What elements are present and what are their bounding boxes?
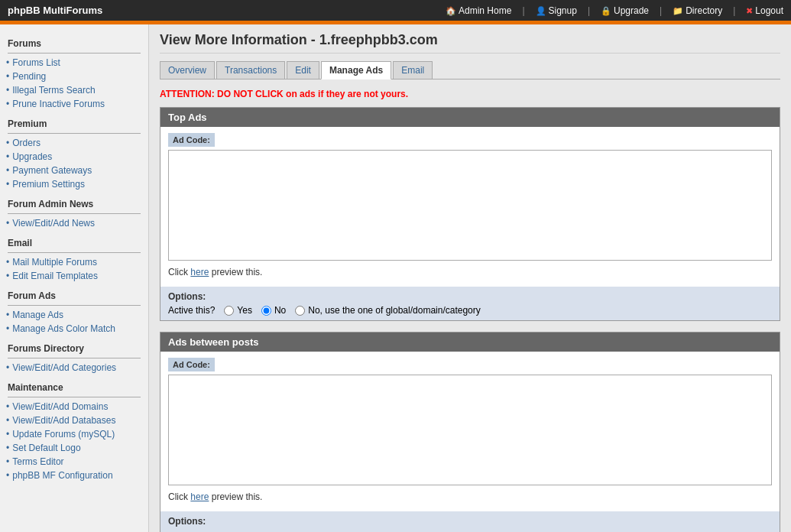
sidebar-item-prune-inactive-forums[interactable]: Prune Inactive Forums [0, 97, 148, 111]
sidebar-section-forum-admin-news: Forum Admin News [0, 194, 148, 211]
sidebar-divider [8, 133, 141, 134]
top-ads-preview-link[interactable]: here [190, 267, 209, 277]
top-ads-textarea[interactable] [168, 150, 772, 261]
top-ads-radio-global-input[interactable] [295, 306, 305, 316]
sidebar-section-premium: Premium [0, 114, 148, 131]
ads-between-posts-header: Ads between posts [160, 332, 780, 352]
sidebar-item-manage-ads-color-match[interactable]: Manage Ads Color Match [0, 322, 148, 336]
page-title: View More Information - 1.freephpbb3.com [160, 32, 780, 54]
nav-logout[interactable]: Logout [746, 5, 783, 16]
ads-between-posts-section: Ads between posts Ad Code: Click here pr… [160, 332, 780, 532]
sidebar-section-email: Email [0, 233, 148, 250]
nav-upgrade[interactable]: Upgrade [601, 5, 649, 16]
ads-between-posts-options-label: Options: [168, 516, 772, 527]
sidebar-item-phpbb-mf-configuration[interactable]: phpBB MF Configuration [0, 469, 148, 482]
nav-admin-home[interactable]: Admin Home [446, 5, 511, 16]
sidebar-item-pending[interactable]: Pending [0, 70, 148, 83]
sidebar-item-mail-multiple-forums[interactable]: Mail Multiple Forums [0, 255, 148, 269]
directory-icon [673, 5, 683, 16]
sidebar-section-maintenance: Maintenance [0, 378, 148, 394]
sidebar-divider [8, 358, 141, 358]
signup-icon [536, 5, 546, 16]
tab-email[interactable]: Email [393, 61, 433, 79]
sidebar: Forums Forums List Pending Illegal Terms… [0, 24, 149, 532]
tabs: Overview Transactions Edit Manage Ads Em… [160, 61, 780, 79]
upgrade-icon [601, 5, 611, 16]
main-content: View More Information - 1.freephpbb3.com… [149, 24, 791, 532]
sidebar-divider [8, 305, 141, 306]
top-ads-radio-yes[interactable]: Yes [224, 305, 252, 316]
sidebar-divider [8, 53, 141, 54]
logo: phpBB MultiForums [8, 5, 102, 16]
logout-icon [746, 5, 753, 16]
ads-between-posts-body: Ad Code: Click here preview this. [160, 352, 780, 508]
ads-between-posts-options: Options: [160, 511, 780, 532]
top-ads-active-label: Active this? [168, 305, 215, 316]
top-ads-header: Top Ads [160, 108, 780, 127]
sidebar-item-orders[interactable]: Orders [0, 136, 148, 150]
ads-between-posts-click-here-line: Click here preview this. [168, 491, 772, 502]
sidebar-item-premium-settings[interactable]: Premium Settings [0, 177, 148, 191]
header: phpBB MultiForums Admin Home | Signup | … [0, 0, 791, 21]
sidebar-item-terms-editor[interactable]: Terms Editor [0, 455, 148, 469]
header-nav: Admin Home | Signup | Upgrade | Director… [446, 5, 783, 16]
sidebar-section-forums: Forums [0, 34, 148, 50]
home-icon [446, 5, 456, 16]
sidebar-item-view-edit-add-categories[interactable]: View/Edit/Add Categories [0, 361, 148, 375]
top-ads-options: Options: Active this? Yes No No, use the… [160, 287, 780, 320]
sidebar-item-illegal-terms-search[interactable]: Illegal Terms Search [0, 83, 148, 97]
top-ads-code-label: Ad Code: [168, 133, 215, 147]
ads-between-posts-textarea[interactable] [168, 375, 772, 485]
sidebar-section-forums-directory: Forums Directory [0, 339, 148, 355]
sidebar-divider [8, 213, 141, 214]
sidebar-item-forums-list[interactable]: Forums List [0, 56, 148, 70]
top-ads-options-row: Active this? Yes No No, use the one of g… [168, 305, 772, 316]
layout: Forums Forums List Pending Illegal Terms… [0, 24, 791, 532]
sidebar-divider [8, 252, 141, 253]
sidebar-divider [8, 397, 141, 397]
top-ads-radio-yes-input[interactable] [224, 306, 234, 316]
top-ads-radio-global[interactable]: No, use the one of global/domain/categor… [295, 305, 480, 316]
sidebar-item-update-forums-mysql[interactable]: Update Forums (mySQL) [0, 427, 148, 441]
top-ads-click-here-line: Click here preview this. [168, 267, 772, 277]
tab-edit[interactable]: Edit [287, 61, 319, 79]
sidebar-item-payment-gateways[interactable]: Payment Gateways [0, 164, 148, 177]
attention-message: ATTENTION: DO NOT CLICK on ads if they a… [160, 89, 780, 99]
tab-overview[interactable]: Overview [160, 61, 215, 79]
sidebar-item-upgrades[interactable]: Upgrades [0, 150, 148, 164]
top-ads-section: Top Ads Ad Code: Click here preview this… [160, 107, 780, 321]
sidebar-item-manage-ads[interactable]: Manage Ads [0, 308, 148, 322]
ads-between-posts-code-label: Ad Code: [168, 358, 215, 371]
sidebar-item-view-edit-add-domains[interactable]: View/Edit/Add Domains [0, 400, 148, 414]
sidebar-item-view-edit-add-databases[interactable]: View/Edit/Add Databases [0, 414, 148, 427]
nav-directory[interactable]: Directory [673, 5, 722, 16]
nav-signup[interactable]: Signup [536, 5, 577, 16]
sidebar-section-forum-ads: Forum Ads [0, 286, 148, 303]
sidebar-item-view-edit-add-news[interactable]: View/Edit/Add News [0, 216, 148, 230]
sidebar-item-edit-email-templates[interactable]: Edit Email Templates [0, 269, 148, 283]
ads-between-posts-preview-link[interactable]: here [190, 491, 209, 502]
tab-transactions[interactable]: Transactions [216, 61, 285, 79]
tab-manage-ads[interactable]: Manage Ads [321, 61, 391, 79]
top-ads-radio-no[interactable]: No [261, 305, 286, 316]
sidebar-item-set-default-logo[interactable]: Set Default Logo [0, 441, 148, 455]
top-ads-body: Ad Code: Click here preview this. [160, 127, 780, 284]
top-ads-options-label: Options: [168, 291, 772, 302]
top-ads-radio-no-input[interactable] [261, 306, 271, 316]
